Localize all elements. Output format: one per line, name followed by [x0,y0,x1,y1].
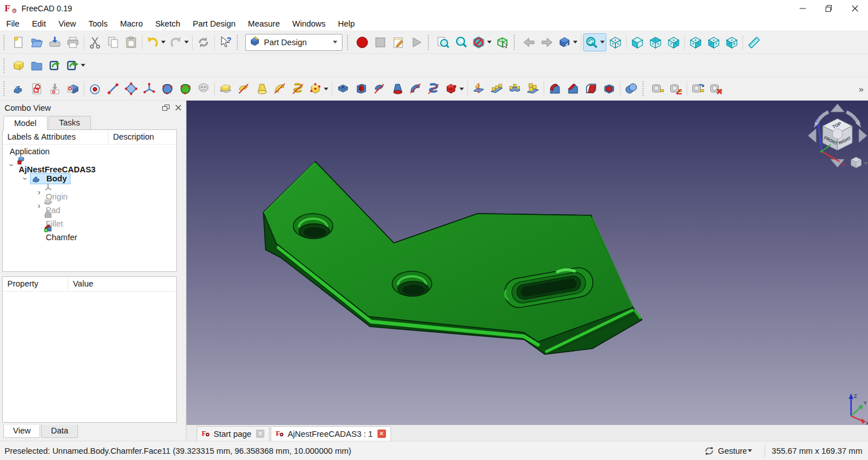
menu-part-design[interactable]: Part Design [186,17,242,31]
boxsel-button[interactable] [493,33,511,51]
addhelix-button[interactable] [289,80,307,98]
draft-button[interactable] [582,80,600,98]
tree-expand-icon[interactable]: › [34,188,44,197]
print-button[interactable] [64,33,82,51]
menu-windows[interactable]: Windows [286,17,332,31]
dline-button[interactable] [104,80,122,98]
dcs-button[interactable] [140,80,158,98]
record-button[interactable] [353,33,371,51]
dropdown-caret-icon[interactable] [184,41,189,44]
dropdown-caret-icon[interactable] [161,41,166,44]
subhelix-button[interactable] [424,80,442,98]
menu-tools[interactable]: Tools [83,17,114,31]
document-tab-ajnestfreecadas3-1[interactable]: FAjNestFreeCADAS3 : 1✕ [271,426,391,441]
tree-item-chamfer[interactable]: Chamfer [3,226,176,240]
redo-button[interactable] [167,33,190,51]
3d-viewport[interactable]: TOP FRONT RIGHT Z Y X [186,101,868,425]
clone-button[interactable] [194,80,212,98]
clip-button[interactable] [470,33,493,51]
mlinear-button[interactable] [649,80,667,98]
cuberear-button[interactable] [687,33,705,51]
bindergreen-button[interactable] [176,80,194,98]
linearpat-button[interactable] [488,80,506,98]
zoomiso-button[interactable] [583,33,606,51]
cubebottom-button[interactable] [705,33,723,51]
pad-button[interactable] [216,80,235,98]
document-tab-start-page[interactable]: FStart page✕ [197,426,270,441]
new-button[interactable] [10,33,28,51]
nav-style-selector[interactable]: Gesture [718,446,747,455]
tab-close-icon[interactable]: ✕ [377,429,386,438]
workbench-selector[interactable]: Part Design [245,34,342,51]
part-button[interactable] [10,57,28,75]
mrefresh-button[interactable] [689,80,707,98]
revolve-button[interactable] [235,80,253,98]
close-panel-icon[interactable] [175,105,181,111]
menu-help[interactable]: Help [332,17,361,31]
refresh-button[interactable] [194,33,212,51]
restore-button[interactable] [816,0,842,17]
tab-view[interactable]: View [3,425,40,438]
fitall-button[interactable] [434,33,452,51]
sketch-button[interactable] [28,80,46,98]
toolbar-grip[interactable] [3,58,8,73]
minimize-button[interactable] [790,0,816,17]
save-button[interactable] [46,33,64,51]
whatsthis-button[interactable]: ? [216,33,235,51]
tree-collapse-icon[interactable]: › [7,160,16,170]
binderblue-button[interactable] [158,80,176,98]
float-panel-icon[interactable] [162,105,170,111]
menu-view[interactable]: View [52,17,82,31]
groove-button[interactable] [370,80,388,98]
cuberight-button[interactable] [665,33,683,51]
drawstyle-button[interactable] [556,33,579,51]
dpoint-button[interactable] [86,80,104,98]
toolbar-grip[interactable] [428,35,432,50]
fitsel-button[interactable] [452,33,470,51]
dropdown-caret-icon[interactable] [600,41,605,44]
mirrored-button[interactable] [470,80,488,98]
paste-button[interactable] [122,33,140,51]
dropdown-caret-icon[interactable] [324,88,328,90]
tree-item-pad[interactable]: ›Pad [3,199,176,212]
back-button[interactable] [520,33,538,51]
dropdown-caret-icon[interactable] [459,88,464,90]
fillet-button[interactable] [546,80,564,98]
toolbar-grip[interactable] [3,35,8,50]
close-button[interactable] [842,0,868,17]
macroedit-button[interactable] [389,33,407,51]
toolbar-grip[interactable] [347,35,351,50]
tab-tasks[interactable]: Tasks [49,116,91,129]
body-button[interactable] [10,80,28,98]
addpipe-button[interactable] [271,80,289,98]
subloft-button[interactable] [388,80,406,98]
cubeaxo-button[interactable] [606,33,624,51]
toolbar-grip[interactable] [643,81,647,96]
mclear-button[interactable] [707,80,725,98]
copy-button[interactable] [104,33,122,51]
forward-button[interactable] [538,33,556,51]
menu-file[interactable]: File [0,17,25,31]
mangle-button[interactable] [667,80,685,98]
polarpat-button[interactable] [506,80,524,98]
tree-item-fillet[interactable]: Fillet [3,212,176,226]
nav-style-caret-icon[interactable] [748,449,752,452]
subpipe-button[interactable] [406,80,424,98]
tab-model[interactable]: Model [3,116,47,130]
addloft-button[interactable] [253,80,271,98]
cubeleft-button[interactable] [723,33,741,51]
undo-button[interactable] [144,33,167,51]
addprim-button[interactable] [307,80,330,98]
menu-edit[interactable]: Edit [25,17,52,31]
toolbar-grip[interactable] [3,81,8,96]
ruler-button[interactable] [745,33,763,51]
sketchedit-button[interactable] [46,80,64,98]
tree-item-ajnestfreecadas3[interactable]: ›AjNestFreeCADAS3 [3,158,176,172]
toolbar-grip[interactable] [237,35,241,50]
toolbar-grip[interactable] [514,35,518,50]
menu-sketch[interactable]: Sketch [149,17,186,31]
cubefront-button[interactable] [628,33,646,51]
tab-data[interactable]: Data [41,425,78,438]
dropdown-caret-icon[interactable] [81,64,85,67]
pocket-button[interactable] [334,80,352,98]
